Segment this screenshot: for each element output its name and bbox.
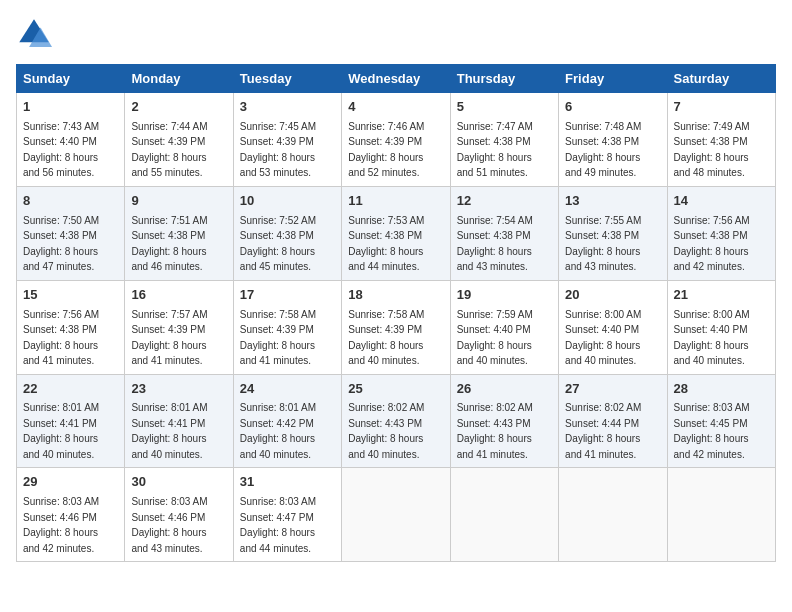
cell-daylight: Daylight: 8 hoursand 49 minutes. — [565, 152, 640, 179]
cell-daylight: Daylight: 8 hoursand 41 minutes. — [131, 340, 206, 367]
day-number: 24 — [240, 380, 335, 399]
day-number: 13 — [565, 192, 660, 211]
cell-daylight: Daylight: 8 hoursand 40 minutes. — [348, 340, 423, 367]
calendar-cell: 19 Sunrise: 7:59 AM Sunset: 4:40 PM Dayl… — [450, 280, 558, 374]
cell-sunset: Sunset: 4:39 PM — [131, 136, 205, 147]
cell-sunset: Sunset: 4:38 PM — [674, 230, 748, 241]
cell-sunrise: Sunrise: 8:02 AM — [348, 402, 424, 413]
cell-sunset: Sunset: 4:46 PM — [131, 512, 205, 523]
cell-sunrise: Sunrise: 8:00 AM — [565, 309, 641, 320]
calendar-cell: 14 Sunrise: 7:56 AM Sunset: 4:38 PM Dayl… — [667, 186, 775, 280]
day-number: 10 — [240, 192, 335, 211]
day-number: 1 — [23, 98, 118, 117]
day-number: 30 — [131, 473, 226, 492]
cell-sunset: Sunset: 4:38 PM — [457, 230, 531, 241]
calendar-cell: 1 Sunrise: 7:43 AM Sunset: 4:40 PM Dayli… — [17, 93, 125, 187]
cell-sunset: Sunset: 4:38 PM — [23, 324, 97, 335]
day-number: 16 — [131, 286, 226, 305]
cell-sunrise: Sunrise: 8:01 AM — [131, 402, 207, 413]
calendar-cell: 22 Sunrise: 8:01 AM Sunset: 4:41 PM Dayl… — [17, 374, 125, 468]
day-number: 8 — [23, 192, 118, 211]
calendar-week-2: 8 Sunrise: 7:50 AM Sunset: 4:38 PM Dayli… — [17, 186, 776, 280]
cell-sunrise: Sunrise: 7:58 AM — [240, 309, 316, 320]
cell-sunrise: Sunrise: 7:56 AM — [23, 309, 99, 320]
cell-daylight: Daylight: 8 hoursand 48 minutes. — [674, 152, 749, 179]
cell-sunrise: Sunrise: 7:59 AM — [457, 309, 533, 320]
cell-sunset: Sunset: 4:47 PM — [240, 512, 314, 523]
day-number: 2 — [131, 98, 226, 117]
calendar-cell — [559, 468, 667, 562]
cell-daylight: Daylight: 8 hoursand 41 minutes. — [565, 433, 640, 460]
cell-daylight: Daylight: 8 hoursand 52 minutes. — [348, 152, 423, 179]
calendar-table: SundayMondayTuesdayWednesdayThursdayFrid… — [16, 64, 776, 562]
cell-sunrise: Sunrise: 8:03 AM — [131, 496, 207, 507]
day-number: 4 — [348, 98, 443, 117]
cell-daylight: Daylight: 8 hoursand 40 minutes. — [674, 340, 749, 367]
cell-daylight: Daylight: 8 hoursand 41 minutes. — [240, 340, 315, 367]
calendar-week-5: 29 Sunrise: 8:03 AM Sunset: 4:46 PM Dayl… — [17, 468, 776, 562]
cell-sunset: Sunset: 4:38 PM — [131, 230, 205, 241]
weekday-header-monday: Monday — [125, 65, 233, 93]
cell-daylight: Daylight: 8 hoursand 40 minutes. — [457, 340, 532, 367]
cell-daylight: Daylight: 8 hoursand 44 minutes. — [348, 246, 423, 273]
day-number: 26 — [457, 380, 552, 399]
cell-sunset: Sunset: 4:42 PM — [240, 418, 314, 429]
cell-sunset: Sunset: 4:40 PM — [23, 136, 97, 147]
calendar-cell — [667, 468, 775, 562]
calendar-cell: 30 Sunrise: 8:03 AM Sunset: 4:46 PM Dayl… — [125, 468, 233, 562]
weekday-header-tuesday: Tuesday — [233, 65, 341, 93]
weekday-header-wednesday: Wednesday — [342, 65, 450, 93]
calendar-cell: 12 Sunrise: 7:54 AM Sunset: 4:38 PM Dayl… — [450, 186, 558, 280]
cell-sunset: Sunset: 4:39 PM — [240, 324, 314, 335]
day-number: 22 — [23, 380, 118, 399]
calendar-cell: 18 Sunrise: 7:58 AM Sunset: 4:39 PM Dayl… — [342, 280, 450, 374]
cell-daylight: Daylight: 8 hoursand 43 minutes. — [565, 246, 640, 273]
day-number: 18 — [348, 286, 443, 305]
calendar-cell: 26 Sunrise: 8:02 AM Sunset: 4:43 PM Dayl… — [450, 374, 558, 468]
cell-daylight: Daylight: 8 hoursand 45 minutes. — [240, 246, 315, 273]
cell-sunrise: Sunrise: 7:50 AM — [23, 215, 99, 226]
day-number: 21 — [674, 286, 769, 305]
cell-sunrise: Sunrise: 7:56 AM — [674, 215, 750, 226]
calendar-week-4: 22 Sunrise: 8:01 AM Sunset: 4:41 PM Dayl… — [17, 374, 776, 468]
calendar-cell: 8 Sunrise: 7:50 AM Sunset: 4:38 PM Dayli… — [17, 186, 125, 280]
cell-sunrise: Sunrise: 7:49 AM — [674, 121, 750, 132]
calendar-cell: 25 Sunrise: 8:02 AM Sunset: 4:43 PM Dayl… — [342, 374, 450, 468]
cell-daylight: Daylight: 8 hoursand 41 minutes. — [457, 433, 532, 460]
cell-sunset: Sunset: 4:38 PM — [240, 230, 314, 241]
weekday-header-row: SundayMondayTuesdayWednesdayThursdayFrid… — [17, 65, 776, 93]
cell-sunset: Sunset: 4:38 PM — [565, 230, 639, 241]
cell-daylight: Daylight: 8 hoursand 44 minutes. — [240, 527, 315, 554]
cell-sunrise: Sunrise: 7:43 AM — [23, 121, 99, 132]
cell-daylight: Daylight: 8 hoursand 47 minutes. — [23, 246, 98, 273]
calendar-cell: 21 Sunrise: 8:00 AM Sunset: 4:40 PM Dayl… — [667, 280, 775, 374]
day-number: 19 — [457, 286, 552, 305]
calendar-cell: 23 Sunrise: 8:01 AM Sunset: 4:41 PM Dayl… — [125, 374, 233, 468]
cell-sunrise: Sunrise: 7:47 AM — [457, 121, 533, 132]
cell-daylight: Daylight: 8 hoursand 40 minutes. — [348, 433, 423, 460]
cell-daylight: Daylight: 8 hoursand 46 minutes. — [131, 246, 206, 273]
day-number: 9 — [131, 192, 226, 211]
cell-sunset: Sunset: 4:39 PM — [131, 324, 205, 335]
cell-sunrise: Sunrise: 7:55 AM — [565, 215, 641, 226]
cell-daylight: Daylight: 8 hoursand 40 minutes. — [565, 340, 640, 367]
calendar-cell: 24 Sunrise: 8:01 AM Sunset: 4:42 PM Dayl… — [233, 374, 341, 468]
cell-sunrise: Sunrise: 8:02 AM — [565, 402, 641, 413]
cell-daylight: Daylight: 8 hoursand 53 minutes. — [240, 152, 315, 179]
day-number: 27 — [565, 380, 660, 399]
calendar-cell: 7 Sunrise: 7:49 AM Sunset: 4:38 PM Dayli… — [667, 93, 775, 187]
calendar-cell: 10 Sunrise: 7:52 AM Sunset: 4:38 PM Dayl… — [233, 186, 341, 280]
weekday-header-friday: Friday — [559, 65, 667, 93]
cell-sunrise: Sunrise: 8:03 AM — [674, 402, 750, 413]
cell-sunset: Sunset: 4:43 PM — [348, 418, 422, 429]
calendar-cell: 31 Sunrise: 8:03 AM Sunset: 4:47 PM Dayl… — [233, 468, 341, 562]
day-number: 15 — [23, 286, 118, 305]
cell-sunrise: Sunrise: 8:03 AM — [23, 496, 99, 507]
cell-sunset: Sunset: 4:43 PM — [457, 418, 531, 429]
cell-sunset: Sunset: 4:38 PM — [674, 136, 748, 147]
calendar-cell: 13 Sunrise: 7:55 AM Sunset: 4:38 PM Dayl… — [559, 186, 667, 280]
day-number: 12 — [457, 192, 552, 211]
calendar-cell: 27 Sunrise: 8:02 AM Sunset: 4:44 PM Dayl… — [559, 374, 667, 468]
day-number: 31 — [240, 473, 335, 492]
cell-sunset: Sunset: 4:39 PM — [240, 136, 314, 147]
